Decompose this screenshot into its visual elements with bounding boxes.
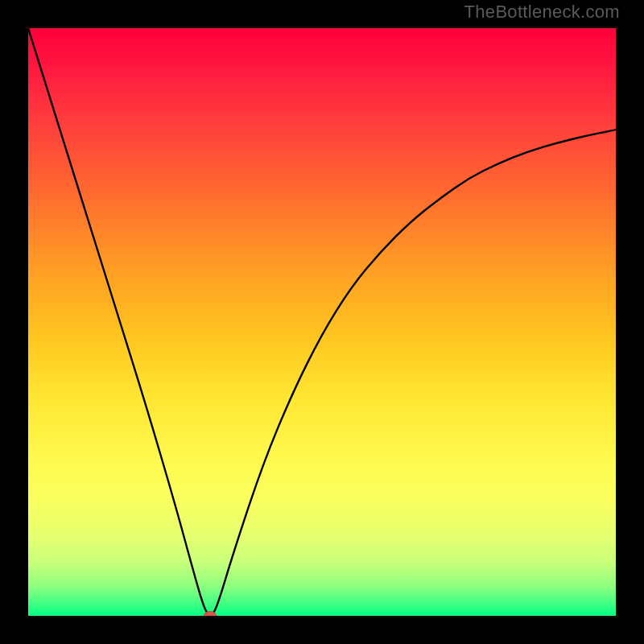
- curve-path: [28, 28, 616, 614]
- plot-area: [28, 28, 616, 616]
- optimal-point-marker: [204, 611, 217, 616]
- watermark-text: TheBottleneck.com: [464, 2, 620, 23]
- bottleneck-curve: [28, 28, 616, 616]
- chart-frame: TheBottleneck.com: [0, 0, 644, 644]
